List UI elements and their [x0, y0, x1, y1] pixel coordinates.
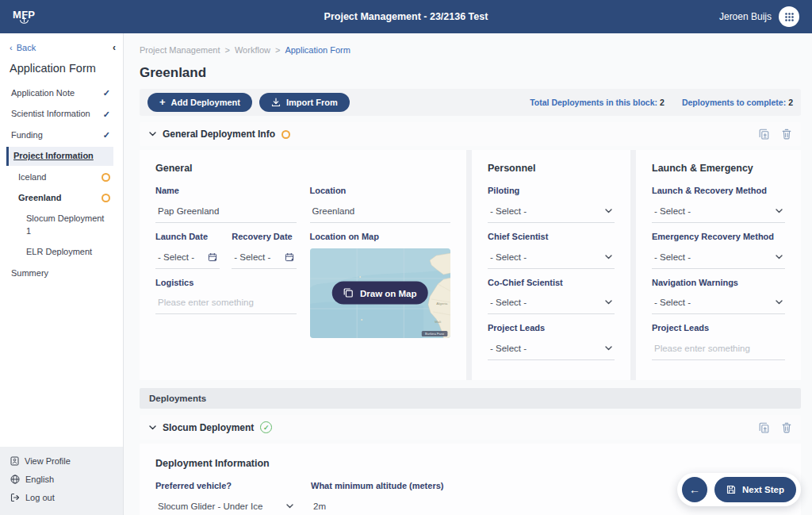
app-window: MFP Project Management - 23/2136 Test Je… — [0, 0, 812, 515]
chief-scientist-field: Chief Scientist - Select - — [488, 232, 615, 269]
name-field: Name Pap Greenland — [155, 186, 297, 223]
user-menu[interactable]: Jeroen Buijs — [719, 6, 799, 27]
emergency-recovery-method-select[interactable]: - Select - — [652, 248, 785, 269]
map-label-mali: Mali — [435, 320, 441, 324]
add-deployment-button[interactable]: + Add Deployment — [147, 93, 252, 112]
general-panel: General Name Pap Greenland — [140, 150, 466, 380]
duplicate-icon[interactable] — [759, 129, 769, 140]
preferred-vehicle-select[interactable]: Slocum Glider - Under Ice — [155, 498, 296, 515]
section-title: General Deployment Info — [163, 129, 275, 140]
panel-title: Launch & Emergency — [652, 163, 785, 174]
panel-title: General — [155, 163, 450, 174]
import-icon — [271, 98, 281, 107]
panel-title: Deployment Information — [155, 458, 785, 469]
deployment-totals: Total Deployments in this block:2 Deploy… — [530, 98, 793, 107]
sidebar-item-greenland[interactable]: Greenland — [0, 189, 123, 207]
delete-icon[interactable] — [782, 129, 791, 140]
sidebar-item-scientist-information[interactable]: Scientist Information ✓ — [0, 105, 123, 123]
piloting-select[interactable]: - Select - — [488, 202, 615, 223]
breadcrumb: Project Management > Workflow > Applicat… — [140, 45, 801, 55]
breadcrumb-project-management[interactable]: Project Management — [140, 45, 220, 55]
panel-title: Personnel — [488, 163, 615, 174]
logistics-input[interactable]: Please enter something — [155, 294, 297, 314]
deployment-toolbar: + Add Deployment Import From Total Deplo… — [140, 89, 801, 116]
sidebar-title: Application Form — [0, 56, 123, 84]
draw-shape-icon — [343, 288, 354, 298]
deployments-to-complete-value: 2 — [788, 98, 793, 107]
chevron-down-icon — [605, 346, 612, 351]
import-from-button[interactable]: Import From — [259, 93, 350, 112]
language-button[interactable]: English — [10, 475, 113, 484]
delete-icon[interactable] — [782, 422, 791, 433]
general-deployment-body: General Name Pap Greenland — [140, 150, 801, 380]
launch-date-picker[interactable]: - Select - — [155, 248, 220, 269]
check-icon: ✓ — [103, 130, 110, 140]
logistics-field: Logistics Please enter something — [155, 278, 297, 315]
location-input[interactable]: Greenland — [310, 202, 451, 223]
map-preview[interactable]: Algeria Mali Burkina Faso — [310, 248, 451, 338]
co-chief-scientist-select[interactable]: - Select - — [488, 294, 615, 314]
chevron-down-icon — [605, 209, 612, 213]
sidebar-item-elr-deployment[interactable]: ELR Deployment — [0, 243, 123, 261]
sidebar-item-funding[interactable]: Funding ✓ — [0, 126, 123, 144]
emergency-recovery-method-field: Emergency Recovery Method - Select - — [652, 232, 785, 269]
project-leads-input[interactable]: Please enter something — [652, 340, 785, 360]
apps-grid-icon[interactable] — [779, 6, 799, 27]
check-icon: ✓ — [103, 88, 110, 98]
next-step-button[interactable]: Next Step — [714, 477, 796, 502]
recovery-date-picker[interactable]: - Select - — [232, 248, 296, 269]
deployments-to-complete-label: Deployments to complete: — [682, 98, 786, 107]
total-deployments-value: 2 — [660, 98, 665, 107]
globe-icon — [10, 475, 20, 484]
back-link[interactable]: ‹ Back — [10, 43, 36, 52]
location-on-map-field: Location on Map — [310, 232, 451, 338]
previous-step-button[interactable]: ← — [682, 477, 707, 502]
sidebar-item-application-note[interactable]: Application Note ✓ — [0, 84, 123, 102]
chief-scientist-select[interactable]: - Select - — [488, 248, 615, 269]
breadcrumb-separator: > — [275, 45, 280, 55]
total-deployments-label: Total Deployments in this block: — [530, 98, 657, 107]
general-deployment-header[interactable]: General Deployment Info — [140, 122, 801, 146]
duplicate-icon[interactable] — [759, 422, 769, 433]
chevron-down-icon — [605, 300, 612, 305]
window-title: Project Management - 23/2136 Test — [324, 11, 488, 22]
wizard-nav: ← Next Step — [677, 473, 801, 506]
view-profile-button[interactable]: View Profile — [10, 456, 113, 466]
location-field: Location Greenland — [310, 186, 451, 223]
general-deployment-section: General Deployment Info General — [140, 122, 801, 380]
slocum-deployment-header[interactable]: Slocum Deployment ✓ — [140, 415, 801, 440]
breadcrumb-workflow[interactable]: Workflow — [235, 45, 270, 55]
chevron-down-icon — [776, 300, 783, 305]
draw-on-map-button[interactable]: Draw on Map — [332, 282, 428, 305]
map-label-burkina-faso: Burkina Faso — [425, 332, 445, 336]
incomplete-ring-icon — [102, 173, 110, 182]
logout-button[interactable]: Log out — [10, 493, 113, 502]
chevron-down-icon — [776, 255, 783, 259]
project-leads-select[interactable]: - Select - — [488, 340, 615, 360]
main-content: Project Management > Workflow > Applicat… — [124, 33, 812, 515]
breadcrumb-separator: > — [225, 45, 230, 55]
sidebar-item-slocum-deployment-1[interactable]: Slocum Deployment 1 — [0, 209, 123, 240]
wizard-step-nav: Application Note ✓ Scientist Information… — [0, 84, 123, 285]
name-input[interactable]: Pap Greenland — [155, 202, 297, 223]
breadcrumb-application-form[interactable]: Application Form — [285, 45, 350, 55]
sidebar: ‹ Back ‹ Application Form Application No… — [0, 33, 124, 515]
chevron-down-icon — [149, 132, 156, 136]
minimum-altitude-input[interactable]: 2m — [311, 498, 579, 515]
sidebar-item-project-information[interactable]: Project Information — [6, 147, 113, 165]
co-chief-scientist-field: Co-Chief Scientist - Select - — [488, 278, 615, 315]
navigation-warnings-select[interactable]: - Select - — [652, 294, 785, 314]
logout-icon — [10, 493, 20, 502]
anchor-icon — [19, 17, 29, 24]
sidebar-item-iceland[interactable]: Iceland — [0, 168, 123, 186]
calendar-icon — [285, 252, 294, 262]
deployments-bar: Deployments — [140, 388, 801, 409]
launch-recovery-method-select[interactable]: - Select - — [652, 202, 785, 223]
recovery-date-field: Recovery Date - Select - — [232, 232, 296, 269]
sidebar-item-summery[interactable]: Summery — [0, 264, 123, 282]
collapse-sidebar-icon[interactable]: ‹ — [113, 42, 116, 53]
app-logo[interactable]: MFP — [13, 10, 35, 24]
chevron-down-icon — [286, 504, 293, 509]
incomplete-ring-icon — [102, 194, 110, 202]
navigation-warnings-field: Navigation Warnings - Select - — [652, 278, 785, 315]
